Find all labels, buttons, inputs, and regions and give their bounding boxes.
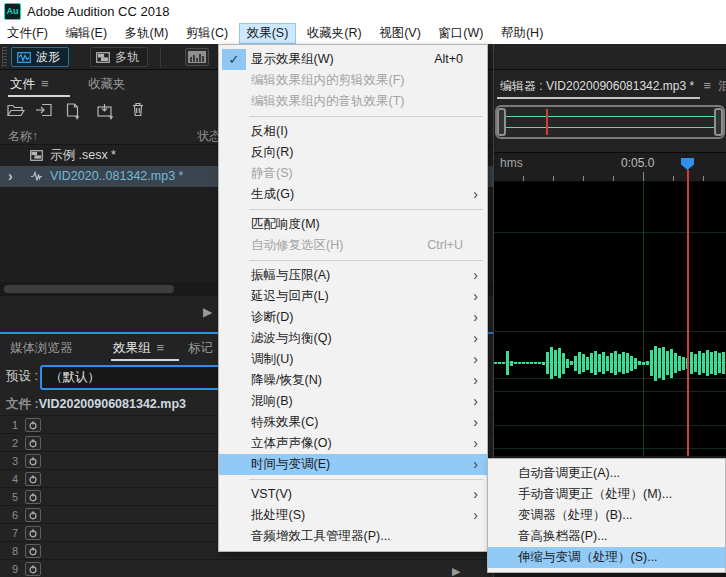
- power-button[interactable]: [25, 508, 41, 522]
- menu-item-vst[interactable]: VST(V)›: [219, 484, 487, 505]
- menubar-item-window[interactable]: 窗口(W): [431, 23, 490, 44]
- zoom-overview-strip[interactable]: [495, 105, 725, 139]
- play-button[interactable]: ▶: [203, 305, 212, 319]
- slot-number: 1: [0, 416, 18, 434]
- panel-menu-icon[interactable]: ≡: [157, 340, 165, 355]
- menu-item-generate[interactable]: 生成(G)›: [219, 184, 487, 205]
- menubar-item-help[interactable]: 帮助(H): [494, 23, 550, 44]
- menu-item-invert[interactable]: 反相(I): [219, 121, 487, 142]
- toolbar-grip[interactable]: [2, 47, 7, 67]
- tab-effects-rack[interactable]: 效果组≡: [113, 340, 164, 357]
- submenu-arrow-icon: ›: [473, 505, 478, 526]
- menu-item-edit-clip-effects[interactable]: 编辑效果组内的剪辑效果(F): [219, 70, 487, 91]
- power-button[interactable]: [25, 490, 41, 504]
- power-button[interactable]: [25, 472, 41, 486]
- overview-right-handle[interactable]: [714, 108, 723, 136]
- menu-item-special-effects[interactable]: 特殊效果(C)›: [219, 412, 487, 433]
- menu-item-label: 显示效果组(W): [251, 52, 334, 66]
- panel-menu-icon[interactable]: ≡: [703, 78, 711, 93]
- insert-into-multitrack-button[interactable]: ▾: [92, 101, 116, 121]
- menu-item-diagnostics[interactable]: 诊断(D)›: [219, 307, 487, 328]
- overview-left-handle[interactable]: [497, 108, 506, 136]
- waveform-icon: [17, 52, 31, 63]
- panel-menu-icon[interactable]: ≡: [41, 76, 49, 91]
- waveform-bar: [642, 362, 645, 365]
- waveform-display[interactable]: [494, 182, 726, 456]
- slot-number: 2: [0, 434, 18, 452]
- menubar-item-effects[interactable]: 效果(S): [239, 23, 297, 44]
- menu-item-batch-process[interactable]: 批处理(S)›: [219, 505, 487, 526]
- power-button[interactable]: [25, 544, 41, 558]
- playhead-line: [687, 170, 689, 456]
- menu-item-stereo-imagery[interactable]: 立体声声像(O)›: [219, 433, 487, 454]
- submenu-item-auto-pitch-correct[interactable]: 自动音调更正(A)...: [488, 463, 725, 484]
- menu-item-time-and-pitch[interactable]: 时间与变调(E)›: [219, 454, 487, 475]
- slot-number: 4: [0, 470, 18, 488]
- menu-item-amplitude-compression[interactable]: 振幅与压限(A)›: [219, 265, 487, 286]
- power-button[interactable]: [25, 436, 41, 450]
- menu-separator: [249, 479, 483, 480]
- rack-file-value: VID20200906081342.mp3: [39, 397, 186, 411]
- power-icon: [28, 474, 38, 484]
- power-icon: [28, 438, 38, 448]
- power-button[interactable]: [25, 562, 41, 576]
- waveform-bar: [546, 352, 549, 374]
- submenu-item-manual-pitch-correct[interactable]: 手动音调更正（处理）(M)...: [488, 484, 725, 505]
- menubar-item-file[interactable]: 文件(F): [0, 23, 55, 44]
- menu-item-match-loudness[interactable]: 匹配响度(M): [219, 214, 487, 235]
- menu-item-edit-track-effects[interactable]: 编辑效果组内的音轨效果(T): [219, 91, 487, 112]
- delete-button[interactable]: [126, 101, 150, 121]
- tab-editor[interactable]: 编辑器 : VID20200906081342.mp3 * ≡: [500, 78, 711, 95]
- menubar-item-favorites[interactable]: 收藏夹(R): [300, 23, 369, 44]
- folder-icon: [7, 103, 25, 117]
- waveform-bar: [618, 354, 621, 372]
- menu-item-auto-heal-selection[interactable]: 自动修复选区(H)Ctrl+U: [219, 235, 487, 256]
- submenu-item-pitch-bender[interactable]: 变调器（处理）(B)...: [488, 505, 725, 526]
- menu-item-noise-reduction[interactable]: 降噪/恢复(N)›: [219, 370, 487, 391]
- timeline-ruler[interactable]: hms 0:05.0: [494, 152, 726, 182]
- tab-mixer-partial[interactable]: 混: [718, 78, 726, 95]
- waveform-mode-button[interactable]: 波形: [11, 47, 69, 67]
- sort-up-icon: ↑: [32, 129, 38, 143]
- menu-item-silence[interactable]: 静音(S): [219, 163, 487, 184]
- waveform-bar: [666, 351, 669, 375]
- multitrack-mode-button[interactable]: 多轨: [90, 47, 148, 67]
- tab-markers[interactable]: 标记: [188, 340, 213, 357]
- menu-shortcut: Ctrl+U: [427, 235, 463, 256]
- menu-item-modulation[interactable]: 调制(U)›: [219, 349, 487, 370]
- power-button[interactable]: [25, 526, 41, 540]
- menu-item-filter-eq[interactable]: 滤波与均衡(Q)›: [219, 328, 487, 349]
- menubar-item-clip[interactable]: 剪辑(C): [179, 23, 235, 44]
- submenu-item-stretch-and-pitch[interactable]: 伸缩与变调（处理）(S)...: [488, 547, 725, 568]
- new-item-button[interactable]: ▾: [60, 101, 84, 121]
- waveform-mode-label: 波形: [36, 50, 60, 64]
- menu-item-audio-plugin-manager[interactable]: 音频增效工具管理器(P)...: [219, 526, 487, 547]
- tab-media-browser[interactable]: 媒体浏览器: [10, 340, 73, 357]
- import-file-button[interactable]: [32, 101, 56, 121]
- rack-play-button[interactable]: ▶: [452, 565, 460, 577]
- dropdown-caret-icon: ▾: [109, 113, 113, 122]
- menubar-item-multitrack[interactable]: 多轨(M): [118, 23, 176, 44]
- menu-item-show-effects-rack[interactable]: ✓ 显示效果组(W) Alt+0: [219, 49, 487, 70]
- tab-files[interactable]: 文件≡: [10, 76, 49, 93]
- menubar-item-edit[interactable]: 编辑(E): [58, 23, 114, 44]
- power-icon: [28, 456, 38, 466]
- power-button[interactable]: [25, 418, 41, 432]
- tab-favorites[interactable]: 收藏夹: [88, 76, 126, 93]
- menubar-item-view[interactable]: 视图(V): [372, 23, 428, 44]
- open-file-button[interactable]: [4, 101, 28, 121]
- expand-chevron-icon[interactable]: ›: [8, 166, 13, 187]
- submenu-item-pitch-shifter[interactable]: 音高换档器(P)...: [488, 526, 725, 547]
- menu-item-delay-echo[interactable]: 延迟与回声(L)›: [219, 286, 487, 307]
- waveform-bar: [598, 354, 601, 372]
- scrollbar-thumb[interactable]: [4, 285, 174, 293]
- menu-item-reverb[interactable]: 混响(B)›: [219, 391, 487, 412]
- menu-item-reverse[interactable]: 反向(R): [219, 142, 487, 163]
- overview-playhead[interactable]: [546, 109, 548, 135]
- power-button[interactable]: [25, 454, 41, 468]
- waveform-bar: [634, 358, 637, 369]
- waveform-bar: [710, 352, 713, 374]
- spectral-display-button[interactable]: [185, 48, 209, 66]
- column-name[interactable]: 名称↑: [8, 128, 38, 145]
- effect-slot-row[interactable]: 9: [0, 559, 493, 577]
